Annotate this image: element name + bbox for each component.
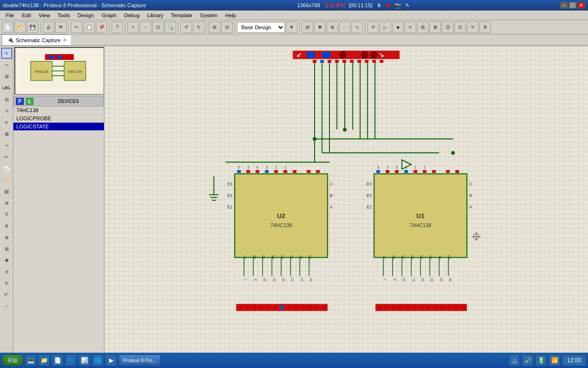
more4[interactable]: ☰: [442, 22, 453, 33]
generator-tool[interactable]: ⊛: [1, 197, 12, 208]
menu-view[interactable]: View: [35, 12, 54, 19]
stop-debug[interactable]: ■: [392, 22, 404, 33]
new-button[interactable]: 📄: [2, 22, 13, 33]
undo-button[interactable]: ↺: [181, 22, 192, 33]
taskbar-icon-3[interactable]: 📄: [52, 355, 63, 366]
more7[interactable]: ⚙: [479, 22, 491, 33]
save-button[interactable]: 💾: [27, 22, 38, 33]
component-tool[interactable]: →: [1, 59, 12, 70]
taskbar-icon-4[interactable]: 🔵: [65, 355, 77, 366]
tape-tool[interactable]: ▤: [1, 186, 12, 196]
pin-tool[interactable]: ⊢: [1, 151, 12, 162]
up-tool[interactable]: ↑: [1, 301, 12, 311]
print-preview[interactable]: 👁: [55, 22, 67, 33]
design-dropdown[interactable]: ▼: [286, 22, 297, 33]
taskbar-proteus-app[interactable]: Proteus 8 Pro...: [119, 355, 160, 366]
menu-edit[interactable]: Edit: [18, 12, 35, 19]
taskbar-icon-notify3[interactable]: 🔋: [535, 355, 547, 366]
open-button[interactable]: 📂: [14, 22, 26, 33]
menu-tools[interactable]: Tools: [54, 12, 74, 19]
undo-tool[interactable]: ↻: [1, 278, 12, 288]
wire-tool[interactable]: ∿: [1, 105, 12, 116]
bus-entry-tool[interactable]: ⊟: [1, 94, 12, 104]
camera-icon[interactable]: 📷: [395, 2, 401, 9]
start-button[interactable]: 开始: [2, 355, 23, 366]
menu-design[interactable]: Design: [74, 12, 98, 19]
symbols-tool[interactable]: ⊕: [1, 232, 12, 242]
markers-tool[interactable]: ⊞: [1, 243, 12, 254]
select-tool[interactable]: ↖: [1, 48, 12, 58]
tab-close-button[interactable]: ✕: [63, 37, 67, 43]
label-tool[interactable]: LBL: [1, 82, 12, 93]
taskbar-icon-clock[interactable]: 12:00: [562, 355, 586, 366]
help-button[interactable]: ?: [112, 22, 123, 33]
print-button[interactable]: 🖨: [43, 22, 54, 33]
sub-circuit-tool[interactable]: ⊠: [1, 128, 12, 139]
taskbar-icon-notify1[interactable]: △: [509, 355, 520, 366]
menu-help[interactable]: Help: [221, 12, 240, 19]
more2[interactable]: ⊞: [417, 22, 429, 33]
refresh-btn[interactable]: ↺: [367, 22, 379, 33]
crosshair-btn[interactable]: ⊕: [327, 22, 338, 33]
taskbar-icon-1[interactable]: 💻: [25, 355, 36, 366]
copy-to[interactable]: ⊞: [209, 22, 220, 33]
record-icon[interactable]: ⏺: [385, 2, 391, 8]
run-debug[interactable]: ▷: [380, 22, 391, 33]
more1[interactable]: ≡: [405, 22, 416, 33]
taskbar-icon-notify4[interactable]: 📶: [549, 355, 560, 366]
text-tool[interactable]: A: [1, 220, 12, 231]
menu-system[interactable]: System: [196, 12, 222, 19]
probe-tool[interactable]: ⚡: [1, 174, 12, 185]
device-item-logicstate[interactable]: LOGICSTATE: [13, 123, 104, 131]
terminal-tool[interactable]: ⊣: [1, 140, 12, 150]
snap-btn[interactable]: ⋯: [339, 22, 351, 33]
edit-icon[interactable]: ✎: [405, 2, 409, 9]
taskbar-icon-5[interactable]: 📊: [79, 355, 90, 366]
degree-tool[interactable]: 0°: [1, 289, 12, 300]
taskbar-icon-notify2[interactable]: 🔊: [522, 355, 533, 366]
wire-mode[interactable]: ∿: [351, 22, 363, 33]
tab-schematic[interactable]: 🔌 Schematic Capture ✕: [2, 34, 72, 45]
device-item-74hc138[interactable]: 74HC138: [13, 106, 104, 115]
menu-debug[interactable]: Debug: [120, 12, 143, 19]
voltmeter-tool[interactable]: V: [1, 209, 12, 219]
redo-button[interactable]: ↻: [193, 22, 204, 33]
recording-status: 正在录制: [324, 2, 345, 9]
junction-tool[interactable]: ⊞: [1, 71, 12, 81]
svg-text:E3: E3: [227, 182, 233, 186]
device-item-logicprobe[interactable]: LOGICPROBE: [13, 115, 104, 123]
grid-btn[interactable]: ⊞: [302, 22, 313, 33]
paste-button[interactable]: 📌: [96, 22, 107, 33]
pause-icon[interactable]: ⏸: [376, 2, 382, 8]
minimize-button[interactable]: ─: [560, 2, 568, 9]
menu-file[interactable]: File: [2, 12, 18, 19]
menu-graph[interactable]: Graph: [98, 12, 120, 19]
zoom-area[interactable]: 🔍: [165, 22, 176, 33]
zoom-out[interactable]: −: [140, 22, 151, 33]
graph-tool[interactable]: 📈: [1, 163, 12, 173]
taskbar-icon-7[interactable]: ▶: [105, 355, 117, 366]
origin-tool[interactable]: ✚: [1, 255, 12, 265]
cut-button[interactable]: ✂: [71, 22, 82, 33]
origin-btn[interactable]: ✚: [314, 22, 326, 33]
zoom-in[interactable]: +: [127, 22, 139, 33]
more6[interactable]: ✎: [467, 22, 478, 33]
rotate-tool[interactable]: ↺: [1, 266, 12, 277]
design-mode-select[interactable]: Base Design PCB Layout Simulation: [237, 22, 285, 33]
menu-library[interactable]: Library: [143, 12, 167, 19]
l-button[interactable]: L: [26, 98, 34, 105]
p-button[interactable]: P: [16, 98, 24, 105]
restore-button[interactable]: □: [569, 2, 577, 9]
menu-template[interactable]: Template: [167, 12, 196, 19]
bus-tool[interactable]: ≡: [1, 117, 12, 127]
more5[interactable]: ⊡: [454, 22, 466, 33]
close-button[interactable]: ✕: [577, 2, 585, 9]
more3[interactable]: ⊠: [430, 22, 441, 33]
zoom-fit[interactable]: ⊡: [152, 22, 164, 33]
paste-from[interactable]: ⊟: [221, 22, 233, 33]
canvas-area[interactable]: ↙ ↘: [104, 46, 588, 356]
svg-text:U2: U2: [277, 212, 285, 219]
taskbar-icon-2[interactable]: 📁: [38, 355, 50, 366]
taskbar-icon-6[interactable]: 🌐: [92, 355, 103, 366]
copy-button[interactable]: 📋: [83, 22, 95, 33]
